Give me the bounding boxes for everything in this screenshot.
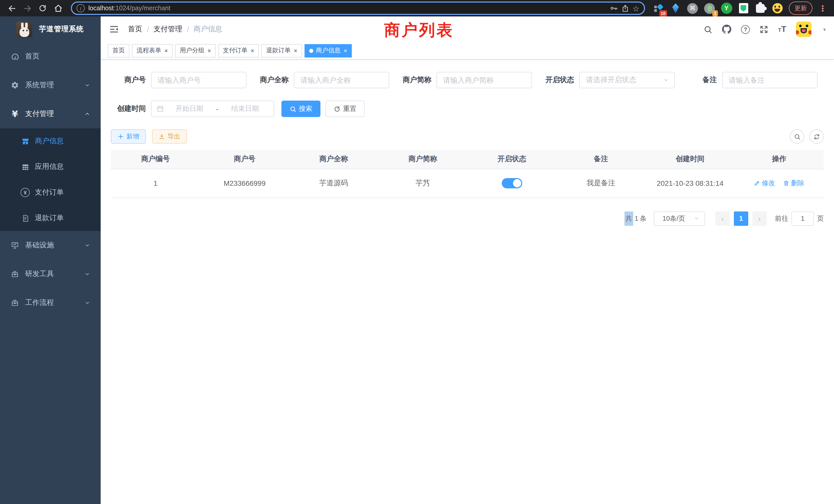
browser-menu-icon[interactable]: ⋮ <box>816 3 829 13</box>
close-icon[interactable]: × <box>344 47 347 54</box>
page-size-select[interactable]: 10条/页 <box>654 211 705 226</box>
bookmark-star-icon[interactable]: ☆ <box>632 4 639 12</box>
back-icon[interactable] <box>5 2 19 15</box>
merchant-no-input[interactable] <box>151 72 246 88</box>
start-date-placeholder: 开始日期 <box>166 104 213 113</box>
sidebar-item-pay[interactable]: ¥ 支付管理 <box>0 99 101 128</box>
breadcrumb-separator: / <box>187 25 189 33</box>
refresh-button[interactable] <box>809 129 824 144</box>
next-page-button[interactable]: › <box>752 211 767 226</box>
avatar-caret-icon[interactable]: ▾ <box>823 26 826 32</box>
date-separator: - <box>215 105 220 113</box>
font-size-icon[interactable]: TT <box>778 25 786 33</box>
sidebar-item-devtools[interactable]: 研发工具 <box>0 260 101 289</box>
home-icon[interactable] <box>51 2 65 15</box>
cell-create-time: 2021-10-23 08:31:14 <box>645 169 734 198</box>
extension-command-icon[interactable]: ⌘ <box>686 2 699 15</box>
puzzle-icon <box>756 4 765 13</box>
reset-button[interactable]: 重置 <box>326 100 365 117</box>
remark-input[interactable] <box>722 72 817 88</box>
full-name-input[interactable] <box>294 72 389 88</box>
sidebar-item-refund-order[interactable]: 退款订单 <box>0 205 101 231</box>
screen: i localhost:1024/pay/merchant ☆ 10 ⌘ 1 Y… <box>0 0 834 504</box>
gear-icon <box>9 81 21 89</box>
github-icon[interactable] <box>722 25 731 34</box>
delete-link[interactable]: 删除 <box>783 179 804 188</box>
sidebar-item-app-info[interactable]: 应用信息 <box>0 154 101 180</box>
delete-link-label: 删除 <box>791 179 804 188</box>
tab-merchant-info[interactable]: 商户信息× <box>305 44 352 57</box>
cell-short-name: 芋艿 <box>378 169 467 198</box>
tab-pay-order[interactable]: 支付订单× <box>218 44 259 57</box>
search-button[interactable]: 搜索 <box>281 100 321 117</box>
reload-icon[interactable] <box>36 2 49 15</box>
goto-unit: 页 <box>817 214 824 223</box>
status-select-placeholder: 请选择开启状态 <box>586 75 636 85</box>
tab-process-form[interactable]: 流程表单× <box>132 44 173 57</box>
prev-page-button[interactable]: ‹ <box>716 211 730 226</box>
share-icon[interactable] <box>621 4 629 12</box>
fullscreen-icon[interactable] <box>760 25 768 33</box>
url-bar[interactable]: i localhost:1024/pay/merchant ☆ <box>71 2 645 15</box>
col-create-time: 创建时间 <box>645 150 734 169</box>
edit-link-label: 修改 <box>762 179 775 188</box>
end-date-placeholder: 结束日期 <box>222 104 269 113</box>
extension-notifier-icon[interactable]: 1 <box>703 2 716 15</box>
sidebar-fold-icon[interactable] <box>109 24 119 35</box>
sidebar-item-home[interactable]: 首页 <box>0 42 101 71</box>
sidebar-item-infra[interactable]: 基础设施 <box>0 231 101 260</box>
dashboard-icon <box>9 52 21 61</box>
chrome-update-button[interactable]: 更新 <box>789 2 812 15</box>
app-logo[interactable]: 芋道管理系统 <box>0 17 101 42</box>
user-avatar[interactable] <box>796 22 811 37</box>
site-info-icon[interactable]: i <box>76 4 85 12</box>
browser-profile-avatar[interactable] <box>771 2 784 15</box>
export-button[interactable]: 导出 <box>152 129 187 144</box>
tab-label: 退款订单 <box>266 46 291 55</box>
sidebar-item-pay-order[interactable]: ¥ 支付订单 <box>0 180 101 205</box>
close-icon[interactable]: × <box>164 47 168 54</box>
main-area: 首页 / 支付管理 / 商户信息 ? TT ▾ 首页 流程表单× 用户分组× 支… <box>101 17 834 504</box>
browser-chrome: i localhost:1024/pay/merchant ☆ 10 ⌘ 1 Y… <box>0 0 834 17</box>
add-button[interactable]: 新增 <box>111 129 146 144</box>
create-time-range-picker[interactable]: 开始日期 - 结束日期 <box>151 100 274 117</box>
help-icon[interactable]: ? <box>741 25 750 33</box>
extension-notes-icon[interactable] <box>737 2 750 15</box>
yen-circle-icon: ¥ <box>20 188 31 197</box>
sidebar-item-merchant-info[interactable]: 商户信息 <box>0 128 101 154</box>
extension-kite-icon[interactable] <box>669 2 682 15</box>
breadcrumb-home[interactable]: 首页 <box>128 25 142 34</box>
page-number-1[interactable]: 1 <box>734 211 748 226</box>
password-key-icon[interactable] <box>609 4 617 12</box>
pagination-total: 共1条 <box>624 211 646 226</box>
emoji-face-icon <box>772 3 783 13</box>
col-short-name: 商户简称 <box>378 150 467 169</box>
close-icon[interactable]: × <box>250 47 254 54</box>
close-icon[interactable]: × <box>294 47 297 54</box>
sidebar-item-label: 工作流程 <box>25 298 54 307</box>
sidebar-item-system[interactable]: 系统管理 <box>0 71 101 99</box>
extension-y-icon[interactable]: Y <box>720 2 733 15</box>
col-full-name: 商户全称 <box>289 150 378 169</box>
edit-link[interactable]: 修改 <box>754 179 775 188</box>
merchant-table: 商户编号 商户号 商户全称 商户简称 开启状态 备注 创建时间 操作 1 M23… <box>111 150 824 198</box>
sidebar-item-workflow[interactable]: 工作流程 <box>0 289 101 317</box>
tab-user-group[interactable]: 用户分组× <box>175 44 216 57</box>
top-navbar: 首页 / 支付管理 / 商户信息 ? TT ▾ <box>101 17 834 42</box>
hide-search-button[interactable] <box>790 129 804 144</box>
short-name-input[interactable] <box>437 72 532 88</box>
status-select[interactable]: 请选择开启状态 <box>579 72 675 88</box>
extension-pinned-icon[interactable]: 10 <box>652 2 665 15</box>
cell-merchant-no: M233666999 <box>200 169 289 198</box>
tab-home[interactable]: 首页 <box>108 44 129 57</box>
goto-group: 前往 页 <box>775 211 824 226</box>
search-icon[interactable] <box>704 25 712 33</box>
goto-page-input[interactable] <box>791 211 814 226</box>
tab-refund-order[interactable]: 退款订单× <box>261 44 302 57</box>
tab-label: 用户分组 <box>180 46 204 55</box>
close-icon[interactable]: × <box>207 47 211 54</box>
breadcrumb-pay[interactable]: 支付管理 <box>154 25 182 34</box>
status-switch[interactable] <box>502 178 522 188</box>
extensions-puzzle-icon[interactable] <box>754 2 767 15</box>
forward-icon[interactable] <box>21 2 34 15</box>
